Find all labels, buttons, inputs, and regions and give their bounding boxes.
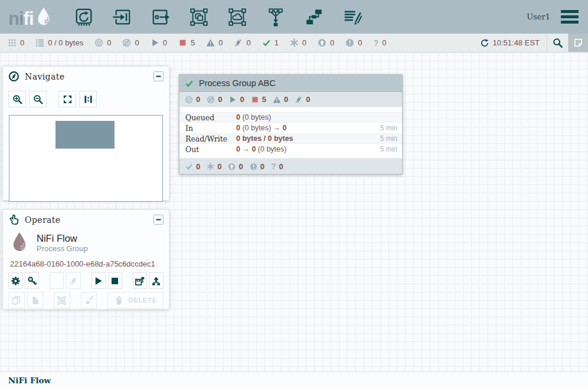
pg-running: 0 (228, 95, 244, 104)
refresh-icon[interactable] (481, 39, 489, 47)
stopped-status: 5 (178, 38, 195, 47)
locally-modified-status: 0 (290, 38, 306, 47)
navigate-header: Navigate (3, 67, 169, 86)
minus-icon (156, 217, 161, 222)
selected-component: NiFi Flow Process Group (3, 229, 169, 254)
queued-status: 0 / 0 bytes (35, 38, 83, 47)
bolt-slash-icon (68, 276, 79, 286)
access-policies-button[interactable] (25, 272, 39, 289)
stop-button[interactable] (108, 272, 122, 289)
pg-sync-failure: ?0 (271, 162, 283, 171)
valid-check-icon (185, 79, 194, 88)
pg-locally-modified: 0 (207, 162, 221, 171)
nifi-drop-icon (35, 6, 53, 28)
breadcrumb-root[interactable]: NiFi Flow (8, 376, 51, 385)
flow-canvas[interactable]: Navigate Operate (0, 52, 588, 371)
metric-row-read-write: Read/Write 0 bytes / 0 bytes 5 min (179, 133, 402, 144)
bolt-icon (52, 276, 62, 286)
header-right: User1 (527, 9, 588, 25)
funnel-icon[interactable] (264, 6, 287, 28)
label-icon[interactable] (341, 6, 364, 28)
enable-button[interactable] (50, 272, 64, 289)
change-color-button[interactable] (81, 292, 97, 308)
app-header: nifi User1 (0, 0, 588, 34)
invalid-icon (273, 96, 281, 104)
search-icon (553, 38, 563, 48)
fit-icon (63, 94, 73, 104)
status-counts: 0 0 / 0 bytes 0 0 0 5 0 0 1 0 0 0 ?0 (0, 38, 386, 48)
operate-buttons-row-2: DELETE (3, 292, 169, 311)
locally-modified-icon (207, 163, 214, 170)
selection-name: NiFi Flow (37, 232, 88, 245)
stale-icon (228, 163, 236, 170)
nifi-app: nifi User1 0 0 / 0 bytes 0 0 0 5 0 0 (0, 0, 588, 388)
zoom-out-icon (33, 94, 43, 104)
stale-icon (318, 38, 326, 47)
navigate-collapse-button[interactable] (153, 71, 164, 81)
process-group-icon[interactable] (188, 6, 210, 28)
processor-icon[interactable] (73, 6, 95, 28)
operate-buttons-row-1 (3, 272, 169, 292)
process-group-name: Process Group ABC (199, 78, 276, 88)
paste-button[interactable] (27, 292, 44, 308)
play-icon (93, 276, 103, 286)
start-button[interactable] (92, 272, 106, 289)
nifi-logo: nifi (8, 6, 53, 28)
pg-locally-modified-stale: 0 (250, 162, 264, 171)
running-icon (151, 38, 159, 47)
breadcrumb-bar: NiFi Flow (0, 371, 588, 388)
up-to-date-icon (185, 163, 193, 170)
refresh-status: 10:51:48 EST (481, 38, 547, 47)
active-threads-status: 0 (8, 38, 24, 47)
process-group-metrics: Queued 0 (0 bytes) In 0 (0 bytes) → 0 5 … (179, 107, 402, 158)
trash-icon (114, 295, 124, 305)
pg-not-transmitting: 0 (207, 95, 222, 104)
stop-icon (110, 276, 120, 286)
zoom-actual-size-button[interactable] (79, 91, 97, 107)
current-user[interactable]: User1 (527, 12, 550, 21)
bulletin-board-button[interactable] (568, 34, 588, 52)
group-button[interactable] (54, 292, 70, 308)
pg-up-to-date: 0 (185, 162, 200, 171)
process-group-component[interactable]: Process Group ABC 0 0 0 5 0 0 Queued 0 (… (179, 74, 403, 175)
one-to-one-icon (83, 94, 93, 104)
process-group-stats: 0 0 0 5 0 0 (179, 92, 402, 107)
copy-button[interactable] (8, 292, 25, 308)
selection-id: 22164a68-0160-1000-e68d-a75c6dccdec1 (3, 254, 169, 272)
create-template-button[interactable] (133, 272, 147, 289)
queued-list-icon (35, 38, 44, 47)
input-port-icon[interactable] (111, 6, 133, 28)
zoom-out-button[interactable] (29, 91, 47, 107)
not-transmitting-icon (122, 38, 131, 47)
birdseye-minimap[interactable] (9, 115, 163, 202)
stopped-icon (251, 96, 259, 104)
upload-template-icon (151, 276, 161, 286)
sync-failure-status: ?0 (374, 38, 387, 48)
locally-modified-stale-status: 0 (345, 38, 362, 47)
global-menu-icon[interactable] (560, 9, 580, 25)
running-icon (228, 96, 237, 104)
output-port-icon[interactable] (149, 6, 172, 28)
transmitting-icon (185, 96, 193, 104)
logo-text-ni: ni (8, 9, 24, 28)
template-icon[interactable] (303, 6, 325, 28)
running-status: 0 (151, 38, 167, 47)
delete-button[interactable]: DELETE (107, 292, 164, 308)
copy-icon (11, 295, 21, 305)
compass-icon (8, 71, 19, 82)
remote-process-group-icon[interactable] (226, 6, 249, 28)
search-button[interactable] (547, 34, 568, 52)
transmitting-status: 0 (94, 38, 111, 47)
upload-template-button[interactable] (149, 272, 164, 289)
minimap-component-rect (55, 121, 115, 149)
disabled-icon (234, 38, 243, 47)
operate-collapse-button[interactable] (153, 215, 164, 225)
metric-row-in: In 0 (0 bytes) → 0 5 min (179, 123, 402, 133)
gear-icon (11, 276, 21, 286)
configure-button[interactable] (8, 272, 22, 289)
zoom-fit-button[interactable] (58, 91, 76, 107)
not-transmitting-icon (207, 96, 215, 104)
zoom-in-button[interactable] (8, 91, 26, 107)
disable-button[interactable] (66, 272, 80, 289)
locally-modified-icon (290, 38, 299, 47)
